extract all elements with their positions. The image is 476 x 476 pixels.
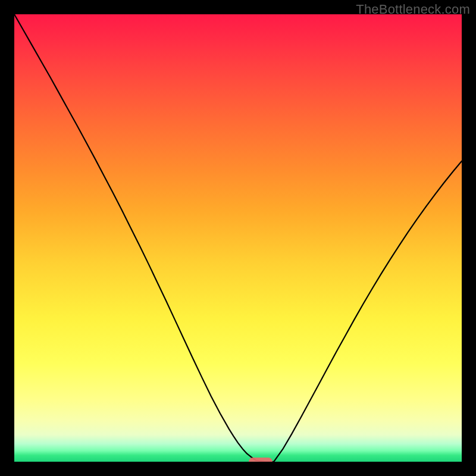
- chart-frame: [14, 14, 462, 462]
- optimal-marker: [249, 458, 273, 462]
- bottleneck-curve: [14, 14, 462, 462]
- watermark-text: TheBottleneck.com: [356, 2, 470, 17]
